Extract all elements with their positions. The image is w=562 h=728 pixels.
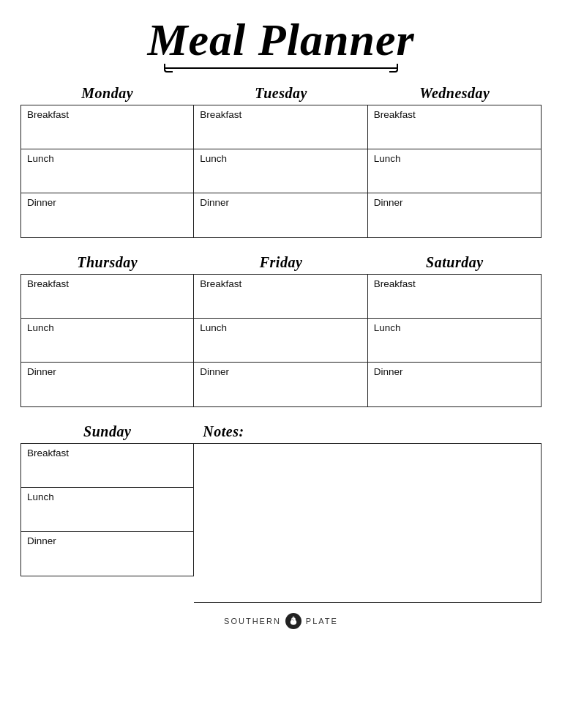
wednesday-dinner[interactable]: Dinner xyxy=(368,193,541,237)
thursday-lunch[interactable]: Lunch xyxy=(21,319,193,363)
thursday-header: Thursday xyxy=(20,251,194,274)
saturday-col: Saturday Breakfast Lunch Dinner xyxy=(368,251,542,407)
wednesday-box: Breakfast Lunch Dinner xyxy=(368,105,542,238)
thursday-box: Breakfast Lunch Dinner xyxy=(20,274,194,407)
friday-dinner[interactable]: Dinner xyxy=(194,363,367,406)
tuesday-lunch[interactable]: Lunch xyxy=(194,149,367,193)
monday-box: Breakfast Lunch Dinner xyxy=(20,105,194,238)
notes-header: Notes: xyxy=(194,420,542,443)
friday-header: Friday xyxy=(194,251,367,274)
footer: SOUTHERN PLATE xyxy=(20,613,542,629)
friday-lunch[interactable]: Lunch xyxy=(194,319,367,363)
meal-planner-page: Meal Planner Monday Breakfast Lunch Dinn… xyxy=(0,0,562,728)
sunday-col: Sunday Breakfast Lunch Dinner xyxy=(20,420,194,603)
page-title: Meal Planner xyxy=(20,15,542,64)
monday-lunch[interactable]: Lunch xyxy=(21,149,193,193)
footer-brand: SOUTHERN xyxy=(224,617,281,625)
wednesday-col: Wednesday Breakfast Lunch Dinner xyxy=(368,82,542,238)
svg-point-3 xyxy=(292,619,293,620)
wednesday-header: Wednesday xyxy=(368,82,542,105)
tuesday-breakfast[interactable]: Breakfast xyxy=(194,105,367,149)
saturday-breakfast[interactable]: Breakfast xyxy=(368,275,541,319)
monday-header: Monday xyxy=(20,82,194,105)
svg-point-1 xyxy=(291,617,296,622)
sunday-dinner[interactable]: Dinner xyxy=(21,532,193,576)
tuesday-dinner[interactable]: Dinner xyxy=(194,193,367,237)
sunday-lunch[interactable]: Lunch xyxy=(21,488,193,532)
saturday-lunch[interactable]: Lunch xyxy=(368,319,541,363)
chicken-icon xyxy=(288,616,299,626)
sunday-box: Breakfast Lunch Dinner xyxy=(20,443,194,576)
friday-col: Friday Breakfast Lunch Dinner xyxy=(194,251,367,407)
saturday-box: Breakfast Lunch Dinner xyxy=(368,274,542,407)
thursday-col: Thursday Breakfast Lunch Dinner xyxy=(20,251,194,407)
svg-marker-2 xyxy=(292,617,294,617)
sunday-header: Sunday xyxy=(20,420,194,443)
wednesday-lunch[interactable]: Lunch xyxy=(368,149,541,193)
notes-box[interactable] xyxy=(194,443,542,603)
title-underline xyxy=(164,67,398,69)
monday-breakfast[interactable]: Breakfast xyxy=(21,105,193,149)
sunday-breakfast[interactable]: Breakfast xyxy=(21,444,193,488)
saturday-dinner[interactable]: Dinner xyxy=(368,363,541,406)
tuesday-col: Tuesday Breakfast Lunch Dinner xyxy=(194,82,367,238)
saturday-header: Saturday xyxy=(368,251,542,274)
tuesday-box: Breakfast Lunch Dinner xyxy=(194,105,367,238)
monday-col: Monday Breakfast Lunch Dinner xyxy=(20,82,194,238)
footer-brand2: PLATE xyxy=(306,617,338,625)
thursday-dinner[interactable]: Dinner xyxy=(21,363,193,406)
thursday-breakfast[interactable]: Breakfast xyxy=(21,275,193,319)
wednesday-breakfast[interactable]: Breakfast xyxy=(368,105,541,149)
friday-box: Breakfast Lunch Dinner xyxy=(194,274,367,407)
week-row-1: Monday Breakfast Lunch Dinner Tuesday Br… xyxy=(20,82,542,238)
tuesday-header: Tuesday xyxy=(194,82,367,105)
friday-breakfast[interactable]: Breakfast xyxy=(194,275,367,319)
monday-dinner[interactable]: Dinner xyxy=(21,193,193,237)
bottom-section: Sunday Breakfast Lunch Dinner Notes: xyxy=(20,420,542,603)
brand-logo xyxy=(285,613,301,629)
week-row-2: Thursday Breakfast Lunch Dinner Friday B… xyxy=(20,251,542,407)
notes-col: Notes: xyxy=(194,420,542,603)
